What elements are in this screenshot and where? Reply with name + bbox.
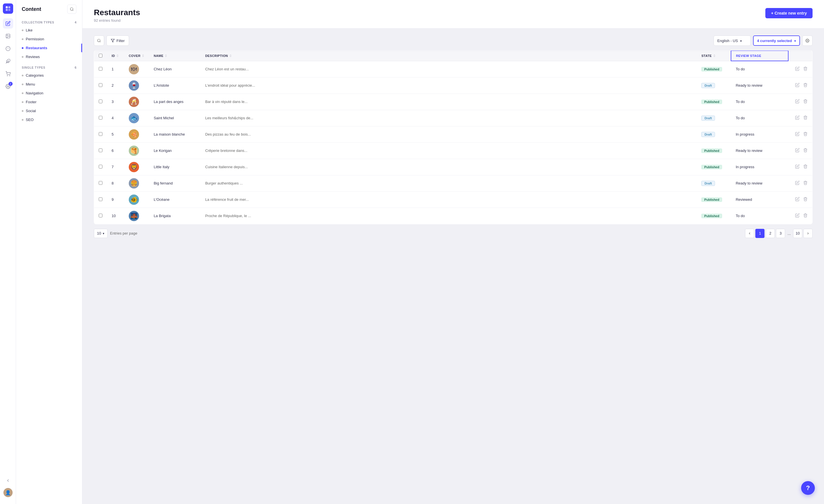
edit-row-4-button[interactable] <box>795 116 801 121</box>
sidebar-item-navigation[interactable]: Navigation <box>16 89 82 98</box>
sidebar-search-button[interactable] <box>67 5 76 14</box>
th-description[interactable]: DESCRIPTION <box>201 51 697 61</box>
row-cover-6: 🥞 <box>124 142 149 159</box>
row-checkbox-3[interactable] <box>99 100 102 103</box>
plugins-nav-item[interactable] <box>3 56 13 66</box>
edit-row-3-button[interactable] <box>795 100 801 104</box>
th-select-all[interactable] <box>94 51 107 61</box>
delete-row-7-button[interactable] <box>803 165 808 170</box>
sidebar-item-seo[interactable]: SEO <box>16 115 82 124</box>
help-button[interactable]: ? <box>801 481 815 495</box>
row-checkbox-4[interactable] <box>99 116 102 120</box>
page-3-button[interactable]: 3 <box>776 229 785 238</box>
prev-page-button[interactable] <box>745 229 754 238</box>
row-checkbox-9[interactable] <box>99 197 102 201</box>
delete-row-6-button[interactable] <box>803 149 808 153</box>
row-checkbox-2[interactable] <box>99 83 102 87</box>
selected-count-selector[interactable]: 4 currently selected <box>753 35 800 46</box>
delete-row-8-button[interactable] <box>803 182 808 186</box>
sidebar-item-categories[interactable]: Categories <box>16 71 82 80</box>
collapse-sidebar-button[interactable] <box>3 475 13 486</box>
per-page-selector[interactable]: 10 <box>94 229 108 238</box>
edit-row-1-button[interactable] <box>795 68 801 72</box>
delete-row-2-button[interactable] <box>803 84 808 88</box>
delete-row-3-button[interactable] <box>803 100 808 104</box>
row-checkbox-cell[interactable] <box>94 142 107 159</box>
next-page-button[interactable] <box>803 229 813 238</box>
sidebar-item-menu[interactable]: Menu <box>16 80 82 89</box>
delete-row-10-button[interactable] <box>803 214 808 218</box>
create-entry-button[interactable]: + Create new entry <box>765 8 813 18</box>
state-badge-10: Published <box>701 214 722 218</box>
row-checkbox-cell[interactable] <box>94 110 107 126</box>
th-state[interactable]: STATE <box>697 51 731 61</box>
svg-point-15 <box>98 39 100 42</box>
edit-row-8-button[interactable] <box>795 182 801 186</box>
delete-row-5-button[interactable] <box>803 133 808 137</box>
th-cover[interactable]: COVER <box>124 51 149 61</box>
row-name-6[interactable]: Le Korigan <box>149 142 201 159</box>
sidebar-item-reviews[interactable]: Reviews <box>16 53 82 61</box>
row-checkbox-1[interactable] <box>99 67 102 71</box>
edit-row-5-button[interactable] <box>795 133 801 137</box>
row-name-10[interactable]: La Brigata <box>149 208 201 224</box>
media-nav-item[interactable] <box>3 31 13 41</box>
sidebar-item-footer[interactable]: Footer <box>16 98 82 106</box>
locale-selector[interactable]: English - US <box>714 35 751 46</box>
row-name-8[interactable]: Big fernand <box>149 175 201 191</box>
user-avatar[interactable]: 👤 <box>3 488 13 497</box>
row-name-2[interactable]: L'Aristote <box>149 77 201 94</box>
edit-row-7-button[interactable] <box>795 165 801 170</box>
th-name[interactable]: NAME <box>149 51 201 61</box>
row-checkbox-7[interactable] <box>99 165 102 169</box>
row-checkbox-cell[interactable] <box>94 77 107 94</box>
edit-row-2-button[interactable] <box>795 84 801 88</box>
page-10-button[interactable]: 10 <box>793 229 802 238</box>
row-name-3[interactable]: La part des anges <box>149 94 201 110</box>
row-id-10: 10 <box>107 208 124 224</box>
row-checkbox-cell[interactable] <box>94 126 107 142</box>
row-name-5[interactable]: La maison blanche <box>149 126 201 142</box>
row-checkbox-5[interactable] <box>99 132 102 136</box>
row-checkbox-cell[interactable] <box>94 61 107 77</box>
toolbar: Filter English - US 4 currently selected <box>94 35 813 46</box>
row-actions-4 <box>788 110 812 126</box>
sidebar-label-like: Like <box>26 28 33 32</box>
row-checkbox-cell[interactable] <box>94 175 107 191</box>
page-2-button[interactable]: 2 <box>765 229 775 238</box>
info-nav-item[interactable] <box>3 43 13 54</box>
delete-row-4-button[interactable] <box>803 116 808 121</box>
app-logo[interactable] <box>3 3 13 14</box>
page-1-button[interactable]: 1 <box>755 229 764 238</box>
edit-nav-item[interactable] <box>3 18 13 29</box>
edit-row-6-button[interactable] <box>795 149 801 153</box>
row-checkbox-cell[interactable] <box>94 94 107 110</box>
delete-row-1-button[interactable] <box>803 68 808 72</box>
row-checkbox-6[interactable] <box>99 148 102 152</box>
table-search-button[interactable] <box>94 35 104 46</box>
sidebar-item-like[interactable]: Like <box>16 26 82 34</box>
table-settings-button[interactable] <box>802 35 813 46</box>
edit-row-10-button[interactable] <box>795 214 801 218</box>
sidebar-item-social[interactable]: Social <box>16 106 82 115</box>
row-checkbox-cell[interactable] <box>94 159 107 175</box>
cart-nav-item[interactable] <box>3 69 13 79</box>
sidebar-item-permission[interactable]: Permission <box>16 34 82 43</box>
row-name-4[interactable]: Saint Michel <box>149 110 201 126</box>
delete-row-9-button[interactable] <box>803 198 808 202</box>
row-name-1[interactable]: Chez Léon <box>149 61 201 77</box>
row-checkbox-8[interactable] <box>99 181 102 185</box>
filter-button[interactable]: Filter <box>106 35 129 46</box>
settings-nav-item[interactable]: 2 <box>3 81 13 92</box>
select-all-checkbox[interactable] <box>99 54 102 58</box>
th-id[interactable]: ID <box>107 51 124 61</box>
row-checkbox-cell[interactable] <box>94 208 107 224</box>
row-name-9[interactable]: L'Océane <box>149 191 201 208</box>
svg-rect-2 <box>6 9 8 11</box>
row-name-7[interactable]: Little Italy <box>149 159 201 175</box>
row-checkbox-10[interactable] <box>99 214 102 217</box>
th-review-stage[interactable]: REVIEW STAGE <box>731 51 788 61</box>
edit-row-9-button[interactable] <box>795 198 801 202</box>
row-checkbox-cell[interactable] <box>94 191 107 208</box>
sidebar-item-restaurants[interactable]: Restaurants <box>16 43 82 53</box>
